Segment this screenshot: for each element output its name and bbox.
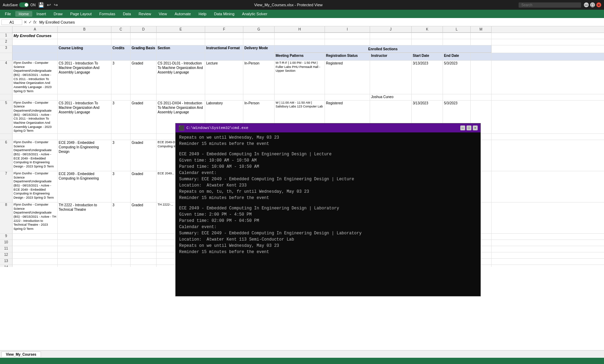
cmd-line: Summary: ECE 2049 - Embedded Computing I… [179,176,477,182]
tab-view[interactable]: View [155,11,170,17]
row-num-8: 8 [0,202,12,233]
tab-file[interactable]: File [1,11,15,17]
sheet-cell-D1 [131,33,157,39]
minimize-button[interactable]: ─ [584,2,589,7]
cmd-line: Given time: 2:00 PM - 4:50 PM [179,211,477,218]
search-input[interactable] [519,2,581,8]
cmd-line: Parsed time: 02:00 PM - 04:50 PM [179,218,477,224]
autosave-label: AutoSave [3,3,18,7]
sheet-cell-E4c [157,94,205,100]
col-header-D[interactable]: D [131,26,157,33]
col-header-F[interactable]: F [205,26,243,33]
title-bar-left: AutoSave ON 💾 ↩ ↪ [3,2,58,8]
sheet-cell-D3: Grading Basis [131,45,157,53]
title-bar: AutoSave ON 💾 ↩ ↪ View_My_Courses.xlsx -… [0,0,604,10]
col-header-L[interactable]: L [443,26,471,33]
cmd-maximize-button[interactable]: □ [467,125,471,130]
cmd-line: Calendar event: [179,170,477,176]
formula-fx-icon[interactable]: fx [33,20,36,25]
sheet-cell-G4: In-Person [243,61,275,94]
sheet-cell-F4c [205,94,243,100]
sheet-cell-B7: ECE 2049 - Embedded Computing In Enginee… [58,171,111,202]
redo-icon[interactable]: ↪ [54,2,58,8]
sheet-cell-F3: Instructional Format [205,45,243,53]
tab-analytic-solver[interactable]: Analytic Solver [238,11,271,17]
table-row: Meeting Patterns Registration Status Ins… [0,53,604,61]
formula-confirm-icon[interactable]: ✓ [28,20,32,25]
col-header-A[interactable]: A [12,26,58,33]
cmd-title-text: C:\Windows\System32\cmd.exe [186,126,248,130]
table-row: 4 Flynn Duniho - Computer Science Depart… [0,61,604,94]
sheet-cell-A4: Flynn Duniho - Computer Science Departme… [12,61,58,94]
sheet-cell-L2 [443,39,471,45]
sheet-cell-I2 [325,39,370,45]
sheet-cell-A3b [12,53,58,60]
sheet-cell-A1[interactable]: My Enrolled Courses [12,33,58,39]
sheet-cell-C5: 3 [111,101,131,134]
sheet-cell-I4c [325,94,370,100]
formula-input[interactable] [38,20,603,25]
cmd-minimize-button[interactable]: ─ [460,125,465,130]
close-button[interactable]: × [596,2,601,7]
row-num-2: 2 [0,39,12,45]
row-num-6: 6 [0,140,12,171]
cmd-title-bar: ⬛ C:\Windows\System32\cmd.exe ─ □ × [176,123,480,132]
tab-formulas[interactable]: Formulas [96,11,119,17]
sheet-cell-J4c: Joshua Cuneo [370,94,412,100]
sheet-cell-E3b [157,53,205,60]
tab-home[interactable]: Home [15,11,32,17]
tab-review[interactable]: Review [135,11,154,17]
tab-automate[interactable]: Automate [171,11,194,17]
sheet-cell-A4c [12,94,58,100]
col-header-E[interactable]: E [157,26,205,33]
sheet-cell-J3b: Instructor [370,53,412,60]
toggle-knob [25,3,28,7]
cell-reference[interactable] [1,19,22,25]
col-header-H[interactable]: H [275,26,325,33]
tab-draw[interactable]: Draw [50,11,66,17]
tab-data-mining[interactable]: Data Mining [211,11,238,17]
cmd-line: Repeats on mo, tu, th, fr until Wednesda… [179,189,477,195]
sheet-cell-F4: Lecture [205,61,243,94]
sheet-cell-M4c [471,94,492,100]
col-header-J[interactable]: J [370,26,412,33]
col-header-C[interactable]: C [111,26,131,33]
row-num-1: 1 [0,33,12,39]
formula-bar: ✕ ✓ fx [0,18,604,26]
col-header-M[interactable]: M [471,26,492,33]
cmd-line: Reminder 15 minutes before the event [179,249,477,255]
col-header-K[interactable]: K [412,26,443,33]
maximize-button[interactable]: □ [590,2,595,7]
sheet-cell-D4: Graded [131,61,157,94]
sheet-cell-M3b [471,53,492,60]
sheet-cell-G1 [243,33,275,39]
col-header-G[interactable]: G [243,26,275,33]
sheet-cell-D4c [131,94,157,100]
cmd-controls: ─ □ × [460,125,478,130]
formula-cancel-icon[interactable]: ✕ [24,20,27,25]
sheet-cell-K3b: Start Date [412,53,443,60]
sheet-cell-D5: Graded [131,101,157,134]
tab-page-layout[interactable]: Page Layout [67,11,95,17]
table-row: 1 My Enrolled Courses [0,33,604,39]
sheet-cell-A3 [12,45,58,53]
sheet-cell-A5: Flynn Duniho - Computer Science Departme… [12,101,58,134]
cmd-close-button[interactable]: × [473,125,478,130]
sheet-cell-C1 [111,33,131,39]
sheet-cell-E3: Section [157,45,205,53]
tab-help[interactable]: Help [195,11,210,17]
tab-data[interactable]: Data [119,11,134,17]
save-icon[interactable]: 💾 [38,2,44,8]
autosave-button[interactable] [19,2,29,7]
sheet-cell-D2 [131,39,157,45]
sheet-cell-M1 [471,33,492,39]
sheet-cell-I3b: Registration Status [325,53,370,60]
autosave-toggle[interactable]: AutoSave ON [3,2,35,7]
undo-icon[interactable]: ↩ [47,2,51,8]
tab-insert[interactable]: Insert [33,11,50,17]
row-num-4c [0,94,12,100]
col-header-B[interactable]: B [58,26,111,33]
col-header-I[interactable]: I [325,26,370,33]
sheet-cell-A6: Flynn Duniho - Computer Science Departme… [12,140,58,171]
sheet-cell-B2 [58,39,111,45]
